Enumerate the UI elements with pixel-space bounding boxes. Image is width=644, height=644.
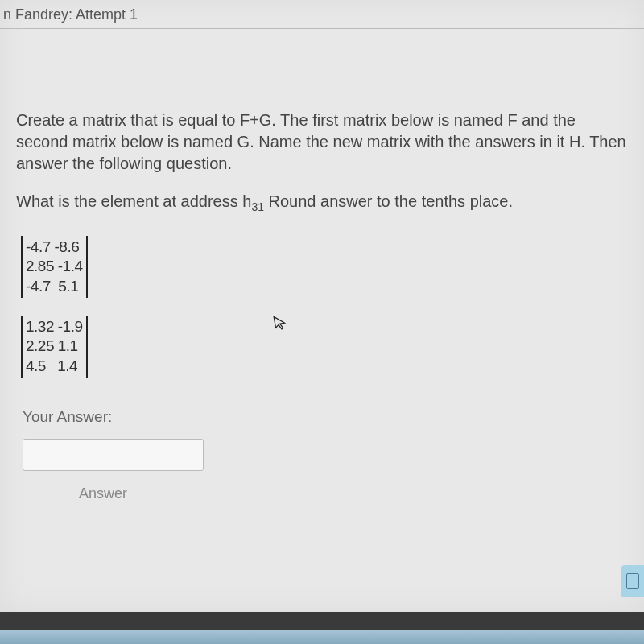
prompt-subscript: 31: [251, 200, 264, 213]
taskbar: [0, 630, 644, 644]
matrix-F: -4.7 -8.6 2.85 -1.4 -4.7 5.1: [21, 236, 88, 298]
matrix-G-row-1: 1.32 -1.9: [26, 317, 83, 336]
answer-section: Your Answer: Answer: [16, 408, 628, 502]
question-prompt: What is the element at address h31 Round…: [16, 192, 628, 213]
matrix-F-row-1: -4.7 -8.6: [26, 237, 83, 257]
header-bar: n Fandrey: Attempt 1: [0, 0, 644, 29]
page-indicator-icon[interactable]: [621, 565, 644, 597]
breadcrumb: n Fandrey: Attempt 1: [0, 6, 644, 23]
answer-caption: Answer: [79, 485, 628, 502]
matrix-G-row-3: 4.5 1.4: [26, 357, 83, 376]
matrix-F-row-2: 2.85 -1.4: [26, 257, 83, 276]
question-paragraph: Create a matrix that is equal to F+G. Th…: [16, 109, 628, 175]
matrix-F-row-3: -4.7 5.1: [26, 277, 83, 296]
prompt-prefix: What is the element at address h: [16, 192, 251, 210]
answer-input[interactable]: [23, 439, 204, 471]
prompt-suffix: Round answer to the tenths place.: [264, 192, 513, 210]
matrix-G: 1.32 -1.9 2.25 1.1 4.5 1.4: [21, 316, 88, 378]
question-content: Create a matrix that is equal to F+G. Th…: [0, 29, 644, 518]
quiz-screen: n Fandrey: Attempt 1 Create a matrix tha…: [0, 0, 644, 612]
answer-label: Your Answer:: [23, 408, 628, 426]
matrix-G-row-2: 2.25 1.1: [26, 336, 83, 356]
